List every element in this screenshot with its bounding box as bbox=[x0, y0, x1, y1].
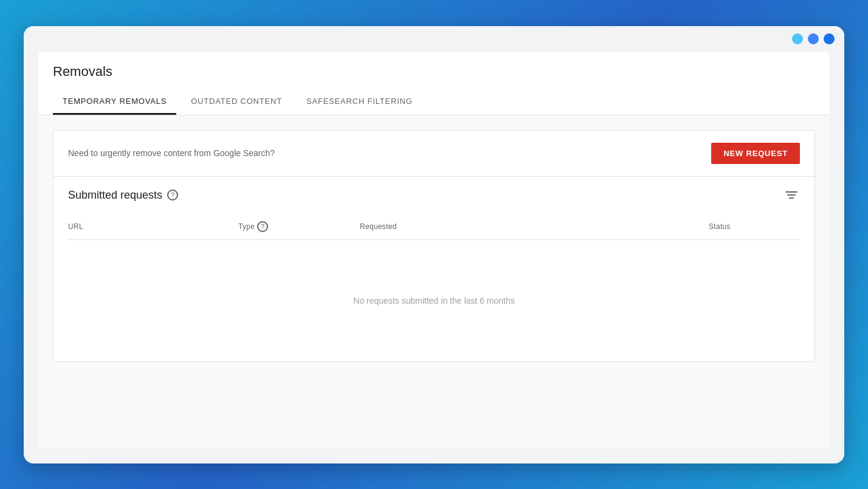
section-header: Submitted requests ? bbox=[68, 189, 800, 202]
table-body: No requests submitted in the last 6 mont… bbox=[68, 240, 800, 361]
window-dot-2 bbox=[808, 33, 819, 44]
new-request-button[interactable]: NEW REQUEST bbox=[711, 143, 800, 164]
filter-icon[interactable] bbox=[783, 189, 800, 201]
type-help-icon[interactable]: ? bbox=[257, 221, 268, 232]
col-header-type: Type ? bbox=[238, 221, 360, 232]
col-header-requested: Requested bbox=[360, 221, 709, 232]
tab-safesearch-filtering[interactable]: SAFESEARCH FILTERING bbox=[297, 89, 422, 115]
app-content: Need to urgently remove content from Goo… bbox=[38, 115, 830, 449]
new-request-text: Need to urgently remove content from Goo… bbox=[68, 148, 275, 158]
app-container: Removals TEMPORARY REMOVALS OUTDATED CON… bbox=[38, 52, 830, 449]
app-header: Removals TEMPORARY REMOVALS OUTDATED CON… bbox=[38, 52, 830, 115]
section-title-row: Submitted requests ? bbox=[68, 189, 178, 202]
browser-chrome bbox=[24, 26, 844, 52]
empty-message: No requests submitted in the last 6 mont… bbox=[353, 296, 514, 306]
new-request-bar: Need to urgently remove content from Goo… bbox=[53, 131, 815, 177]
browser-window: Removals TEMPORARY REMOVALS OUTDATED CON… bbox=[24, 26, 844, 463]
submitted-requests-section: Submitted requests ? URL Type bbox=[53, 177, 815, 361]
col-header-status: Status bbox=[709, 221, 800, 232]
tab-outdated-content[interactable]: OUTDATED CONTENT bbox=[181, 89, 292, 115]
filter-line-2 bbox=[787, 194, 796, 196]
tabs-bar: TEMPORARY REMOVALS OUTDATED CONTENT SAFE… bbox=[53, 89, 815, 115]
content-card: Need to urgently remove content from Goo… bbox=[53, 130, 815, 362]
window-dot-3 bbox=[792, 33, 803, 44]
table-header: URL Type ? Requested Status bbox=[68, 214, 800, 240]
submitted-requests-help-icon[interactable]: ? bbox=[167, 190, 178, 200]
submitted-requests-title: Submitted requests bbox=[68, 189, 162, 202]
filter-line-3 bbox=[789, 197, 794, 199]
col-header-url: URL bbox=[68, 221, 238, 232]
window-dot-1 bbox=[824, 33, 835, 44]
filter-line-1 bbox=[785, 191, 797, 193]
page-title: Removals bbox=[53, 64, 815, 80]
tab-temporary-removals[interactable]: TEMPORARY REMOVALS bbox=[53, 89, 176, 115]
